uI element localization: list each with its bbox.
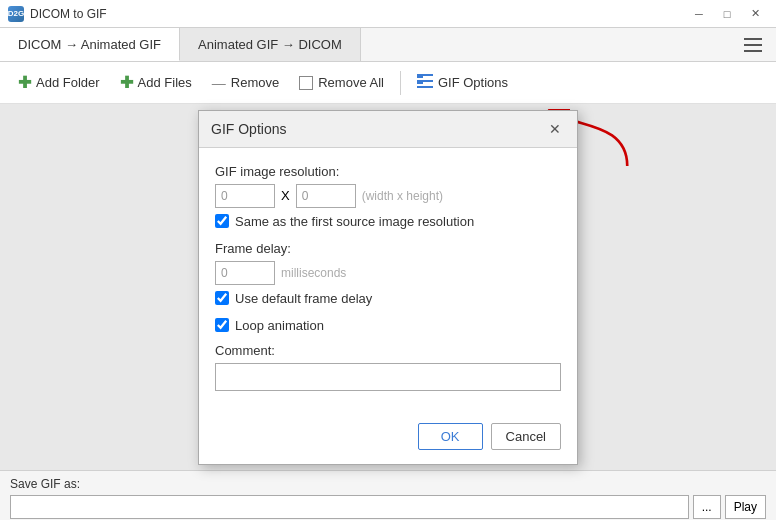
add-files-button[interactable]: ✚ Add Files	[112, 68, 200, 97]
resolution-hint: (width x height)	[362, 189, 443, 203]
menu-icon[interactable]	[738, 34, 768, 56]
app-title: DICOM to GIF	[30, 7, 107, 21]
frame-delay-label: Frame delay:	[215, 241, 561, 256]
svg-rect-3	[417, 74, 433, 76]
ok-button[interactable]: OK	[418, 423, 483, 450]
tab-bar: DICOM → Animated GIF Animated GIF → DICO…	[0, 28, 776, 62]
add-folder-label: Add Folder	[36, 75, 100, 90]
modal-title: GIF Options	[211, 121, 286, 137]
add-folder-icon: ✚	[18, 73, 31, 92]
frame-delay-input[interactable]	[215, 261, 275, 285]
svg-rect-5	[417, 80, 433, 82]
window-close-button[interactable]: ✕	[742, 4, 768, 24]
svg-rect-7	[417, 86, 433, 88]
bottom-bar: Save GIF as: ... Play	[0, 470, 776, 520]
svg-rect-1	[744, 44, 762, 46]
svg-rect-4	[417, 76, 423, 78]
remove-all-label: Remove All	[318, 75, 384, 90]
title-bar-left: D2G DICOM to GIF	[8, 6, 107, 22]
frame-delay-unit: milliseconds	[281, 266, 346, 280]
remove-all-icon	[299, 76, 313, 90]
minimize-button[interactable]: ─	[686, 4, 712, 24]
same-as-first-label: Same as the first source image resolutio…	[235, 214, 474, 229]
resolution-group: GIF image resolution: X (width x height)…	[215, 164, 561, 229]
same-as-first-checkbox[interactable]	[215, 214, 229, 228]
browse-button[interactable]: ...	[693, 495, 721, 519]
comment-input[interactable]	[215, 363, 561, 391]
use-default-delay-checkbox[interactable]	[215, 291, 229, 305]
add-files-icon: ✚	[120, 73, 133, 92]
gif-options-label: GIF Options	[438, 75, 508, 90]
tab-dicom-to-gif[interactable]: DICOM → Animated GIF	[0, 28, 180, 61]
modal-close-button[interactable]: ✕	[545, 119, 565, 139]
modal-header: GIF Options ✕	[199, 111, 577, 148]
loop-animation-row: Loop animation	[215, 318, 561, 333]
title-bar: D2G DICOM to GIF ─ □ ✕	[0, 0, 776, 28]
width-input[interactable]	[215, 184, 275, 208]
tabs-container: DICOM → Animated GIF Animated GIF → DICO…	[0, 28, 361, 61]
play-button[interactable]: Play	[725, 495, 766, 519]
loop-animation-checkbox[interactable]	[215, 318, 229, 332]
comment-group: Comment:	[215, 343, 561, 391]
remove-button[interactable]: — Remove	[204, 70, 287, 96]
loop-animation-label: Loop animation	[235, 318, 324, 333]
gif-options-button[interactable]: GIF Options	[409, 69, 516, 96]
frame-delay-group: Frame delay: milliseconds Use default fr…	[215, 241, 561, 306]
add-files-label: Add Files	[138, 75, 192, 90]
gif-options-icon	[417, 74, 433, 91]
svg-rect-2	[744, 50, 762, 52]
main-content: GIF Options ✕ GIF image resolution: X (w…	[0, 104, 776, 470]
height-input[interactable]	[296, 184, 356, 208]
remove-label: Remove	[231, 75, 279, 90]
gif-options-modal: GIF Options ✕ GIF image resolution: X (w…	[198, 110, 578, 465]
tab-gif-to-dicom[interactable]: Animated GIF → DICOM	[180, 28, 361, 61]
remove-all-button[interactable]: Remove All	[291, 70, 392, 95]
add-folder-button[interactable]: ✚ Add Folder	[10, 68, 108, 97]
save-label: Save GIF as:	[10, 477, 766, 491]
app-icon: D2G	[8, 6, 24, 22]
modal-footer: OK Cancel	[199, 415, 577, 464]
same-as-first-row: Same as the first source image resolutio…	[215, 214, 561, 229]
maximize-button[interactable]: □	[714, 4, 740, 24]
title-bar-controls: ─ □ ✕	[686, 4, 768, 24]
svg-rect-0	[744, 38, 762, 40]
resolution-label: GIF image resolution:	[215, 164, 561, 179]
use-default-delay-row: Use default frame delay	[215, 291, 561, 306]
resolution-row: X (width x height)	[215, 184, 561, 208]
toolbar: ✚ Add Folder ✚ Add Files — Remove Remove…	[0, 62, 776, 104]
modal-body: GIF image resolution: X (width x height)…	[199, 148, 577, 415]
cancel-button[interactable]: Cancel	[491, 423, 561, 450]
modal-overlay: GIF Options ✕ GIF image resolution: X (w…	[0, 104, 776, 470]
delay-row: milliseconds	[215, 261, 561, 285]
save-path-input[interactable]	[10, 495, 689, 519]
x-separator: X	[281, 188, 290, 203]
svg-rect-6	[417, 82, 423, 84]
toolbar-separator	[400, 71, 401, 95]
save-row: ... Play	[10, 495, 766, 519]
use-default-delay-label: Use default frame delay	[235, 291, 372, 306]
remove-icon: —	[212, 75, 226, 91]
comment-label: Comment:	[215, 343, 561, 358]
